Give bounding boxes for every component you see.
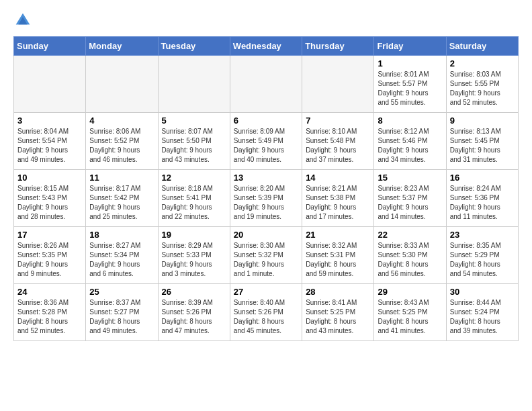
- calendar-week-5: 24Sunrise: 8:36 AM Sunset: 5:28 PM Dayli…: [14, 284, 519, 341]
- page: SundayMondayTuesdayWednesdayThursdayFrid…: [0, 0, 532, 349]
- day-number: 11: [89, 173, 154, 183]
- header: [13, 11, 519, 30]
- day-number: 16: [450, 173, 515, 183]
- calendar-cell: 19Sunrise: 8:29 AM Sunset: 5:33 PM Dayli…: [158, 227, 230, 284]
- calendar-header-thursday: Thursday: [302, 37, 374, 56]
- day-info: Sunrise: 8:44 AM Sunset: 5:24 PM Dayligh…: [450, 298, 515, 336]
- day-number: 19: [162, 230, 226, 240]
- calendar-table: SundayMondayTuesdayWednesdayThursdayFrid…: [13, 36, 519, 341]
- calendar-cell: 11Sunrise: 8:17 AM Sunset: 5:42 PM Dayli…: [86, 170, 158, 227]
- day-info: Sunrise: 8:04 AM Sunset: 5:54 PM Dayligh…: [17, 127, 82, 165]
- day-info: Sunrise: 8:03 AM Sunset: 5:55 PM Dayligh…: [450, 70, 515, 107]
- day-number: 1: [378, 58, 442, 68]
- day-number: 14: [306, 173, 370, 183]
- day-number: 3: [17, 116, 82, 126]
- calendar-cell: 13Sunrise: 8:20 AM Sunset: 5:39 PM Dayli…: [230, 170, 302, 227]
- day-info: Sunrise: 8:18 AM Sunset: 5:41 PM Dayligh…: [162, 184, 226, 222]
- day-number: 26: [162, 287, 226, 297]
- day-number: 9: [450, 116, 515, 126]
- day-number: 5: [162, 116, 226, 126]
- logo: [13, 11, 34, 30]
- day-info: Sunrise: 8:33 AM Sunset: 5:30 PM Dayligh…: [378, 241, 442, 279]
- calendar-cell: 8Sunrise: 8:12 AM Sunset: 5:46 PM Daylig…: [374, 113, 446, 170]
- calendar-cell: 12Sunrise: 8:18 AM Sunset: 5:41 PM Dayli…: [158, 170, 230, 227]
- day-info: Sunrise: 8:12 AM Sunset: 5:46 PM Dayligh…: [378, 127, 442, 165]
- day-number: 2: [450, 58, 515, 68]
- day-number: 12: [162, 173, 226, 183]
- logo-icon: [13, 11, 32, 30]
- day-info: Sunrise: 8:26 AM Sunset: 5:35 PM Dayligh…: [17, 241, 82, 279]
- calendar-cell: 26Sunrise: 8:39 AM Sunset: 5:26 PM Dayli…: [158, 284, 230, 341]
- calendar-header-friday: Friday: [374, 37, 446, 56]
- day-number: 27: [234, 287, 298, 297]
- day-number: 10: [17, 173, 82, 183]
- day-number: 20: [234, 230, 298, 240]
- calendar-cell: 25Sunrise: 8:37 AM Sunset: 5:27 PM Dayli…: [86, 284, 158, 341]
- day-number: 29: [378, 287, 442, 297]
- day-info: Sunrise: 8:15 AM Sunset: 5:43 PM Dayligh…: [17, 184, 82, 222]
- calendar-cell: 18Sunrise: 8:27 AM Sunset: 5:34 PM Dayli…: [86, 227, 158, 284]
- day-number: 8: [378, 116, 442, 126]
- day-info: Sunrise: 8:13 AM Sunset: 5:45 PM Dayligh…: [450, 127, 515, 165]
- day-number: 30: [450, 287, 515, 297]
- calendar-cell: 20Sunrise: 8:30 AM Sunset: 5:32 PM Dayli…: [230, 227, 302, 284]
- calendar-cell: 21Sunrise: 8:32 AM Sunset: 5:31 PM Dayli…: [302, 227, 374, 284]
- day-number: 4: [89, 116, 154, 126]
- day-info: Sunrise: 8:06 AM Sunset: 5:52 PM Dayligh…: [89, 127, 154, 165]
- day-number: 17: [17, 230, 82, 240]
- day-number: 28: [306, 287, 370, 297]
- day-info: Sunrise: 8:20 AM Sunset: 5:39 PM Dayligh…: [234, 184, 298, 222]
- calendar-cell: 6Sunrise: 8:09 AM Sunset: 5:49 PM Daylig…: [230, 113, 302, 170]
- day-info: Sunrise: 8:36 AM Sunset: 5:28 PM Dayligh…: [17, 298, 82, 336]
- day-info: Sunrise: 8:01 AM Sunset: 5:57 PM Dayligh…: [378, 70, 442, 107]
- calendar-header-row: SundayMondayTuesdayWednesdayThursdayFrid…: [14, 37, 519, 56]
- day-info: Sunrise: 8:30 AM Sunset: 5:32 PM Dayligh…: [234, 241, 298, 279]
- day-info: Sunrise: 8:40 AM Sunset: 5:26 PM Dayligh…: [234, 298, 298, 336]
- day-number: 24: [17, 287, 82, 297]
- calendar-cell: 15Sunrise: 8:23 AM Sunset: 5:37 PM Dayli…: [374, 170, 446, 227]
- calendar-cell: 1Sunrise: 8:01 AM Sunset: 5:57 PM Daylig…: [374, 56, 446, 113]
- calendar-cell: 3Sunrise: 8:04 AM Sunset: 5:54 PM Daylig…: [14, 113, 86, 170]
- day-info: Sunrise: 8:39 AM Sunset: 5:26 PM Dayligh…: [162, 298, 226, 336]
- calendar-header-wednesday: Wednesday: [230, 37, 302, 56]
- day-number: 7: [306, 116, 370, 126]
- day-number: 22: [378, 230, 442, 240]
- day-number: 23: [450, 230, 515, 240]
- day-number: 6: [234, 116, 298, 126]
- day-info: Sunrise: 8:37 AM Sunset: 5:27 PM Dayligh…: [89, 298, 154, 336]
- calendar-header-monday: Monday: [86, 37, 158, 56]
- day-info: Sunrise: 8:29 AM Sunset: 5:33 PM Dayligh…: [162, 241, 226, 279]
- calendar-week-4: 17Sunrise: 8:26 AM Sunset: 5:35 PM Dayli…: [14, 227, 519, 284]
- day-info: Sunrise: 8:09 AM Sunset: 5:49 PM Dayligh…: [234, 127, 298, 165]
- calendar-cell: 16Sunrise: 8:24 AM Sunset: 5:36 PM Dayli…: [446, 170, 518, 227]
- calendar-cell: 10Sunrise: 8:15 AM Sunset: 5:43 PM Dayli…: [14, 170, 86, 227]
- day-info: Sunrise: 8:07 AM Sunset: 5:50 PM Dayligh…: [162, 127, 226, 165]
- day-info: Sunrise: 8:32 AM Sunset: 5:31 PM Dayligh…: [306, 241, 370, 279]
- calendar-cell: 5Sunrise: 8:07 AM Sunset: 5:50 PM Daylig…: [158, 113, 230, 170]
- calendar-header-tuesday: Tuesday: [158, 37, 230, 56]
- calendar-cell: 9Sunrise: 8:13 AM Sunset: 5:45 PM Daylig…: [446, 113, 518, 170]
- day-number: 18: [89, 230, 154, 240]
- calendar-cell: 29Sunrise: 8:43 AM Sunset: 5:25 PM Dayli…: [374, 284, 446, 341]
- calendar-cell: 7Sunrise: 8:10 AM Sunset: 5:48 PM Daylig…: [302, 113, 374, 170]
- day-info: Sunrise: 8:23 AM Sunset: 5:37 PM Dayligh…: [378, 184, 442, 222]
- calendar-cell: 24Sunrise: 8:36 AM Sunset: 5:28 PM Dayli…: [14, 284, 86, 341]
- calendar-cell: 27Sunrise: 8:40 AM Sunset: 5:26 PM Dayli…: [230, 284, 302, 341]
- day-number: 15: [378, 173, 442, 183]
- calendar-header-sunday: Sunday: [14, 37, 86, 56]
- calendar-cell: 2Sunrise: 8:03 AM Sunset: 5:55 PM Daylig…: [446, 56, 518, 113]
- day-info: Sunrise: 8:10 AM Sunset: 5:48 PM Dayligh…: [306, 127, 370, 165]
- calendar-week-3: 10Sunrise: 8:15 AM Sunset: 5:43 PM Dayli…: [14, 170, 519, 227]
- day-info: Sunrise: 8:21 AM Sunset: 5:38 PM Dayligh…: [306, 184, 370, 222]
- calendar-cell: 30Sunrise: 8:44 AM Sunset: 5:24 PM Dayli…: [446, 284, 518, 341]
- day-info: Sunrise: 8:27 AM Sunset: 5:34 PM Dayligh…: [89, 241, 154, 279]
- day-number: 13: [234, 173, 298, 183]
- calendar-cell: 22Sunrise: 8:33 AM Sunset: 5:30 PM Dayli…: [374, 227, 446, 284]
- day-info: Sunrise: 8:24 AM Sunset: 5:36 PM Dayligh…: [450, 184, 515, 222]
- calendar-week-2: 3Sunrise: 8:04 AM Sunset: 5:54 PM Daylig…: [14, 113, 519, 170]
- calendar-cell: [158, 56, 230, 113]
- calendar-cell: 14Sunrise: 8:21 AM Sunset: 5:38 PM Dayli…: [302, 170, 374, 227]
- calendar-cell: 28Sunrise: 8:41 AM Sunset: 5:25 PM Dayli…: [302, 284, 374, 341]
- calendar-cell: 4Sunrise: 8:06 AM Sunset: 5:52 PM Daylig…: [86, 113, 158, 170]
- calendar-cell: [86, 56, 158, 113]
